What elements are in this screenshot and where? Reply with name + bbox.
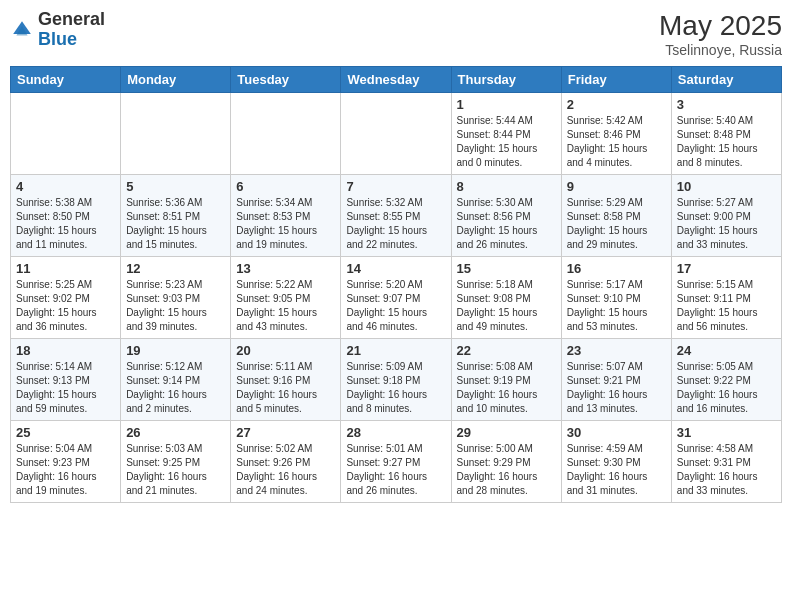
- day-number: 4: [16, 179, 115, 194]
- day-cell: 17Sunrise: 5:15 AM Sunset: 9:11 PM Dayli…: [671, 257, 781, 339]
- col-header-tuesday: Tuesday: [231, 67, 341, 93]
- day-info: Sunrise: 5:08 AM Sunset: 9:19 PM Dayligh…: [457, 360, 556, 416]
- col-header-friday: Friday: [561, 67, 671, 93]
- day-cell: 7Sunrise: 5:32 AM Sunset: 8:55 PM Daylig…: [341, 175, 451, 257]
- day-number: 31: [677, 425, 776, 440]
- col-header-saturday: Saturday: [671, 67, 781, 93]
- day-cell: [231, 93, 341, 175]
- day-info: Sunrise: 5:22 AM Sunset: 9:05 PM Dayligh…: [236, 278, 335, 334]
- day-cell: 4Sunrise: 5:38 AM Sunset: 8:50 PM Daylig…: [11, 175, 121, 257]
- day-cell: 16Sunrise: 5:17 AM Sunset: 9:10 PM Dayli…: [561, 257, 671, 339]
- day-info: Sunrise: 4:59 AM Sunset: 9:30 PM Dayligh…: [567, 442, 666, 498]
- day-info: Sunrise: 5:07 AM Sunset: 9:21 PM Dayligh…: [567, 360, 666, 416]
- title-block: May 2025 Tselinnoye, Russia: [659, 10, 782, 58]
- day-info: Sunrise: 5:20 AM Sunset: 9:07 PM Dayligh…: [346, 278, 445, 334]
- day-info: Sunrise: 5:29 AM Sunset: 8:58 PM Dayligh…: [567, 196, 666, 252]
- day-cell: 2Sunrise: 5:42 AM Sunset: 8:46 PM Daylig…: [561, 93, 671, 175]
- logo: General Blue: [10, 10, 105, 50]
- day-cell: 15Sunrise: 5:18 AM Sunset: 9:08 PM Dayli…: [451, 257, 561, 339]
- day-cell: 18Sunrise: 5:14 AM Sunset: 9:13 PM Dayli…: [11, 339, 121, 421]
- day-cell: [341, 93, 451, 175]
- week-row-2: 4Sunrise: 5:38 AM Sunset: 8:50 PM Daylig…: [11, 175, 782, 257]
- day-number: 6: [236, 179, 335, 194]
- day-number: 23: [567, 343, 666, 358]
- day-info: Sunrise: 5:14 AM Sunset: 9:13 PM Dayligh…: [16, 360, 115, 416]
- day-cell: 1Sunrise: 5:44 AM Sunset: 8:44 PM Daylig…: [451, 93, 561, 175]
- day-info: Sunrise: 5:42 AM Sunset: 8:46 PM Dayligh…: [567, 114, 666, 170]
- day-cell: 3Sunrise: 5:40 AM Sunset: 8:48 PM Daylig…: [671, 93, 781, 175]
- week-row-3: 11Sunrise: 5:25 AM Sunset: 9:02 PM Dayli…: [11, 257, 782, 339]
- day-info: Sunrise: 4:58 AM Sunset: 9:31 PM Dayligh…: [677, 442, 776, 498]
- day-cell: 22Sunrise: 5:08 AM Sunset: 9:19 PM Dayli…: [451, 339, 561, 421]
- day-number: 17: [677, 261, 776, 276]
- day-cell: 9Sunrise: 5:29 AM Sunset: 8:58 PM Daylig…: [561, 175, 671, 257]
- day-number: 30: [567, 425, 666, 440]
- day-info: Sunrise: 5:15 AM Sunset: 9:11 PM Dayligh…: [677, 278, 776, 334]
- day-info: Sunrise: 5:11 AM Sunset: 9:16 PM Dayligh…: [236, 360, 335, 416]
- week-row-4: 18Sunrise: 5:14 AM Sunset: 9:13 PM Dayli…: [11, 339, 782, 421]
- day-info: Sunrise: 5:01 AM Sunset: 9:27 PM Dayligh…: [346, 442, 445, 498]
- day-number: 22: [457, 343, 556, 358]
- day-number: 1: [457, 97, 556, 112]
- day-cell: 23Sunrise: 5:07 AM Sunset: 9:21 PM Dayli…: [561, 339, 671, 421]
- location-subtitle: Tselinnoye, Russia: [659, 42, 782, 58]
- day-info: Sunrise: 5:00 AM Sunset: 9:29 PM Dayligh…: [457, 442, 556, 498]
- day-number: 28: [346, 425, 445, 440]
- day-info: Sunrise: 5:18 AM Sunset: 9:08 PM Dayligh…: [457, 278, 556, 334]
- day-number: 8: [457, 179, 556, 194]
- day-number: 7: [346, 179, 445, 194]
- day-number: 14: [346, 261, 445, 276]
- day-cell: 25Sunrise: 5:04 AM Sunset: 9:23 PM Dayli…: [11, 421, 121, 503]
- col-header-thursday: Thursday: [451, 67, 561, 93]
- day-number: 11: [16, 261, 115, 276]
- day-cell: 27Sunrise: 5:02 AM Sunset: 9:26 PM Dayli…: [231, 421, 341, 503]
- day-number: 18: [16, 343, 115, 358]
- day-cell: 28Sunrise: 5:01 AM Sunset: 9:27 PM Dayli…: [341, 421, 451, 503]
- day-number: 9: [567, 179, 666, 194]
- day-info: Sunrise: 5:44 AM Sunset: 8:44 PM Dayligh…: [457, 114, 556, 170]
- day-cell: 30Sunrise: 4:59 AM Sunset: 9:30 PM Dayli…: [561, 421, 671, 503]
- day-number: 27: [236, 425, 335, 440]
- calendar-table: SundayMondayTuesdayWednesdayThursdayFrid…: [10, 66, 782, 503]
- day-cell: 12Sunrise: 5:23 AM Sunset: 9:03 PM Dayli…: [121, 257, 231, 339]
- logo-blue-text: Blue: [38, 29, 77, 49]
- day-info: Sunrise: 5:17 AM Sunset: 9:10 PM Dayligh…: [567, 278, 666, 334]
- day-info: Sunrise: 5:27 AM Sunset: 9:00 PM Dayligh…: [677, 196, 776, 252]
- day-cell: 8Sunrise: 5:30 AM Sunset: 8:56 PM Daylig…: [451, 175, 561, 257]
- day-cell: [11, 93, 121, 175]
- day-number: 29: [457, 425, 556, 440]
- day-info: Sunrise: 5:34 AM Sunset: 8:53 PM Dayligh…: [236, 196, 335, 252]
- day-number: 16: [567, 261, 666, 276]
- day-cell: 26Sunrise: 5:03 AM Sunset: 9:25 PM Dayli…: [121, 421, 231, 503]
- day-cell: 19Sunrise: 5:12 AM Sunset: 9:14 PM Dayli…: [121, 339, 231, 421]
- day-cell: 10Sunrise: 5:27 AM Sunset: 9:00 PM Dayli…: [671, 175, 781, 257]
- day-number: 5: [126, 179, 225, 194]
- day-info: Sunrise: 5:12 AM Sunset: 9:14 PM Dayligh…: [126, 360, 225, 416]
- day-number: 13: [236, 261, 335, 276]
- day-cell: 24Sunrise: 5:05 AM Sunset: 9:22 PM Dayli…: [671, 339, 781, 421]
- week-row-1: 1Sunrise: 5:44 AM Sunset: 8:44 PM Daylig…: [11, 93, 782, 175]
- day-info: Sunrise: 5:09 AM Sunset: 9:18 PM Dayligh…: [346, 360, 445, 416]
- day-info: Sunrise: 5:04 AM Sunset: 9:23 PM Dayligh…: [16, 442, 115, 498]
- day-cell: 21Sunrise: 5:09 AM Sunset: 9:18 PM Dayli…: [341, 339, 451, 421]
- day-number: 26: [126, 425, 225, 440]
- day-cell: 14Sunrise: 5:20 AM Sunset: 9:07 PM Dayli…: [341, 257, 451, 339]
- logo-general-text: General: [38, 9, 105, 29]
- day-number: 24: [677, 343, 776, 358]
- logo-icon: [10, 18, 34, 42]
- page-header: General Blue May 2025 Tselinnoye, Russia: [10, 10, 782, 58]
- day-cell: 11Sunrise: 5:25 AM Sunset: 9:02 PM Dayli…: [11, 257, 121, 339]
- day-cell: 13Sunrise: 5:22 AM Sunset: 9:05 PM Dayli…: [231, 257, 341, 339]
- day-info: Sunrise: 5:36 AM Sunset: 8:51 PM Dayligh…: [126, 196, 225, 252]
- calendar-header-row: SundayMondayTuesdayWednesdayThursdayFrid…: [11, 67, 782, 93]
- col-header-sunday: Sunday: [11, 67, 121, 93]
- day-cell: 5Sunrise: 5:36 AM Sunset: 8:51 PM Daylig…: [121, 175, 231, 257]
- day-info: Sunrise: 5:03 AM Sunset: 9:25 PM Dayligh…: [126, 442, 225, 498]
- day-number: 21: [346, 343, 445, 358]
- day-number: 19: [126, 343, 225, 358]
- day-number: 15: [457, 261, 556, 276]
- day-number: 2: [567, 97, 666, 112]
- day-number: 10: [677, 179, 776, 194]
- day-info: Sunrise: 5:32 AM Sunset: 8:55 PM Dayligh…: [346, 196, 445, 252]
- day-number: 12: [126, 261, 225, 276]
